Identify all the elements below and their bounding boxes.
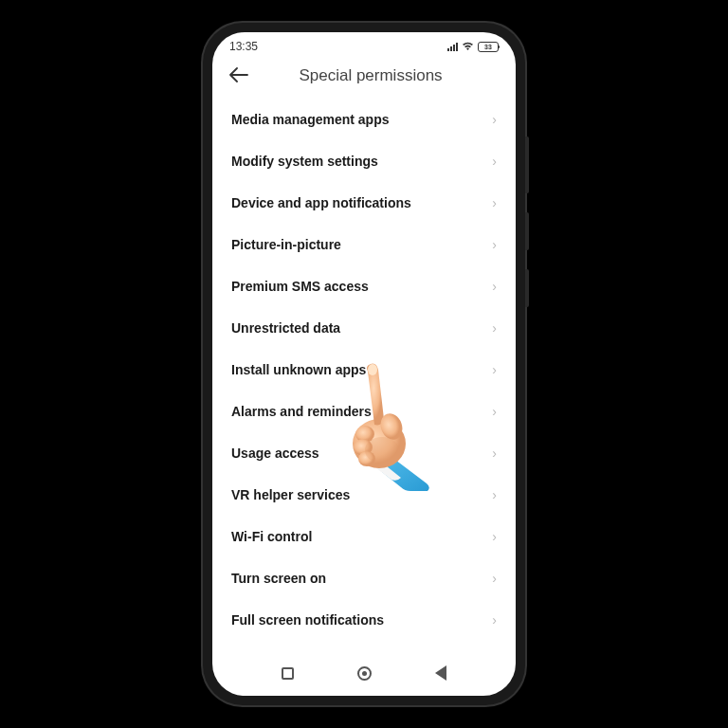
permission-label: Turn screen on <box>231 571 326 586</box>
navigation-bar <box>212 654 516 696</box>
chevron-right-icon: › <box>492 154 497 169</box>
status-time: 13:35 <box>229 40 258 53</box>
permission-label: Media management apps <box>231 112 390 127</box>
volume-down-button <box>525 212 529 250</box>
chevron-right-icon: › <box>492 571 497 586</box>
home-button[interactable] <box>357 666 372 681</box>
permission-label: Premium SMS access <box>231 279 369 294</box>
permission-pip[interactable]: Picture-in-picture › <box>229 224 499 265</box>
page-header: Special permissions <box>212 57 516 99</box>
permission-label: Usage access <box>231 446 319 461</box>
permission-label: Install unknown apps <box>231 362 366 377</box>
chevron-right-icon: › <box>492 237 497 252</box>
permission-label: Full screen notifications <box>231 612 384 628</box>
chevron-right-icon: › <box>492 279 497 294</box>
permissions-list[interactable]: Media management apps › Modify system se… <box>212 99 516 654</box>
chevron-right-icon: › <box>492 112 497 127</box>
permission-label: Device and app notifications <box>231 195 411 210</box>
battery-level: 33 <box>484 44 492 50</box>
back-nav-button[interactable] <box>435 665 446 681</box>
recent-apps-button[interactable] <box>282 667 294 680</box>
status-bar: 13:35 33 <box>212 32 516 57</box>
chevron-right-icon: › <box>492 612 497 628</box>
permission-label: Wi-Fi control <box>231 529 312 544</box>
battery-icon: 33 <box>478 42 499 52</box>
permission-label: Modify system settings <box>231 154 378 169</box>
permission-fullscreen-notifications[interactable]: Full screen notifications › <box>229 599 499 641</box>
volume-up-button <box>525 136 529 193</box>
power-button <box>525 269 529 307</box>
permission-turn-screen-on[interactable]: Turn screen on › <box>229 557 499 599</box>
permission-modify-system[interactable]: Modify system settings › <box>229 140 499 182</box>
back-button[interactable] <box>229 66 248 85</box>
permission-media-management[interactable]: Media management apps › <box>229 99 499 140</box>
chevron-right-icon: › <box>492 195 497 210</box>
permission-alarms[interactable]: Alarms and reminders › <box>229 391 499 432</box>
status-icons: 33 <box>447 42 499 52</box>
chevron-right-icon: › <box>492 529 497 544</box>
permission-notifications[interactable]: Device and app notifications › <box>229 182 499 224</box>
page-title: Special permissions <box>271 66 470 85</box>
permission-vr-helper[interactable]: VR helper services › <box>229 474 499 516</box>
permission-label: Picture-in-picture <box>231 237 341 252</box>
chevron-right-icon: › <box>492 404 497 419</box>
permission-wifi-control[interactable]: Wi-Fi control › <box>229 516 499 557</box>
wifi-icon <box>462 42 474 51</box>
permission-label: Alarms and reminders <box>231 404 372 419</box>
chevron-right-icon: › <box>492 446 497 461</box>
permission-unrestricted-data[interactable]: Unrestricted data › <box>229 307 499 349</box>
permission-usage-access[interactable]: Usage access › <box>229 432 499 474</box>
chevron-right-icon: › <box>492 362 497 377</box>
phone-frame: 13:35 33 <box>203 23 525 705</box>
permission-label: VR helper services <box>231 487 350 502</box>
permission-label: Unrestricted data <box>231 320 340 336</box>
phone-screen: 13:35 33 <box>212 32 516 696</box>
chevron-right-icon: › <box>492 320 497 336</box>
chevron-right-icon: › <box>492 487 497 502</box>
signal-icon <box>447 43 458 51</box>
permission-premium-sms[interactable]: Premium SMS access › <box>229 265 499 307</box>
permission-unknown-apps[interactable]: Install unknown apps › <box>229 349 499 391</box>
